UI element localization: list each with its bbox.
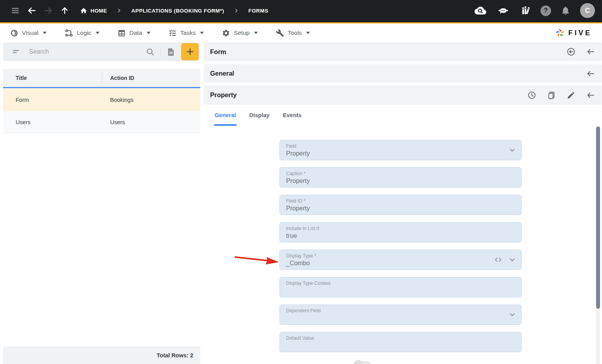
partial-toggle-cutoff[interactable]	[356, 361, 522, 364]
main-menu-bar: Visual Logic Data Tasks Setup Tools	[0, 24, 602, 42]
collapse-left-arrow-icon[interactable]	[586, 91, 595, 100]
menu-data[interactable]: Data	[118, 29, 150, 37]
go-back-circle-icon[interactable]	[567, 47, 575, 56]
cell-title: Users	[3, 119, 102, 125]
field-label: Display Type *	[286, 253, 515, 259]
history-clock-icon[interactable]	[528, 91, 536, 100]
chevron-down-icon[interactable]	[508, 146, 517, 154]
detail-panel: Form General Property General Display Ev…	[204, 42, 602, 364]
menu-label: Visual	[22, 29, 38, 36]
field-dependent-field[interactable]: Dependent Field	[279, 304, 522, 325]
toolbar-divider	[160, 47, 161, 57]
search-icon[interactable]	[143, 45, 157, 59]
dropdown-caret-icon	[200, 32, 204, 34]
menu-tasks[interactable]: Tasks	[169, 29, 204, 37]
table-header: Title Action ID	[3, 69, 200, 87]
column-header-action-id[interactable]: Action ID	[102, 75, 134, 81]
menu-visual[interactable]: Visual	[10, 29, 47, 37]
records-list-panel: Title Action ID Form Bookings Users User…	[3, 42, 200, 364]
menu-tools[interactable]: Tools	[276, 29, 310, 37]
menu-label: Tasks	[180, 29, 196, 36]
field-field-id[interactable]: Field ID * Property	[279, 195, 522, 215]
tab-general[interactable]: General	[215, 105, 236, 126]
field-label: Dependent Field	[286, 308, 515, 313]
cloud-search-icon[interactable]	[472, 2, 489, 19]
user-avatar[interactable]: C	[580, 3, 595, 18]
setup-gear-icon	[222, 29, 230, 37]
help-icon[interactable]: ?	[540, 5, 551, 16]
cell-action-id: Bookings	[102, 97, 134, 103]
table-row-users[interactable]: Users Users	[3, 111, 200, 133]
data-icon	[118, 29, 126, 37]
code-editor-icon[interactable]	[494, 255, 502, 264]
field-label: Display Type Context	[286, 281, 515, 286]
tab-display[interactable]: Display	[249, 105, 270, 126]
report-document-icon[interactable]	[164, 45, 178, 59]
notifications-bell-icon[interactable]	[557, 2, 574, 19]
table-row-form-selected[interactable]: Form Bookings	[3, 87, 200, 111]
toggle-knob[interactable]	[356, 361, 371, 364]
chevron-right-icon	[234, 8, 239, 13]
column-header-title[interactable]: Title	[3, 75, 102, 81]
field-value: Property	[286, 204, 515, 213]
search-input[interactable]	[29, 48, 143, 55]
five-pinwheel-icon	[555, 28, 565, 38]
chat-bot-icon[interactable]	[495, 2, 511, 19]
field-include-in-list-if[interactable]: Include In List If true	[279, 222, 522, 243]
menu-label: Tools	[288, 29, 302, 36]
up-arrow-icon[interactable]	[56, 2, 73, 19]
property-tabs: General Display Events	[204, 105, 602, 126]
field-value: _Combo	[286, 259, 515, 268]
vertical-scrollbar[interactable]	[596, 126, 600, 364]
field-default-value[interactable]: Default Value	[279, 332, 522, 352]
add-record-button[interactable]	[181, 43, 199, 60]
menu-setup[interactable]: Setup	[222, 29, 258, 37]
cell-action-id: Users	[102, 119, 125, 125]
menu-label: Setup	[234, 29, 250, 36]
edit-pencil-icon[interactable]	[567, 91, 575, 100]
library-books-icon[interactable]	[518, 2, 534, 19]
tab-events[interactable]: Events	[283, 105, 302, 126]
dropdown-caret-icon	[147, 32, 150, 34]
section-title: General	[210, 70, 234, 77]
back-arrow-icon[interactable]	[24, 2, 40, 19]
field-display-type[interactable]: Display Type * _Combo	[279, 250, 522, 270]
breadcrumb: HOME APPLICATIONS (BOOKING FORM*) FORMS	[80, 7, 268, 14]
forward-arrow-icon[interactable]	[40, 2, 56, 19]
chevron-down-icon[interactable]	[508, 255, 517, 264]
scrollbar-thumb[interactable]	[596, 127, 600, 309]
page-title: Form	[210, 48, 226, 56]
breadcrumb-forms[interactable]: FORMS	[248, 8, 268, 14]
search-bar	[3, 42, 200, 61]
field-display-type-context[interactable]: Display Type Context	[279, 277, 522, 297]
collapse-left-arrow-icon[interactable]	[586, 69, 595, 78]
breadcrumb-applications[interactable]: APPLICATIONS (BOOKING FORM*)	[131, 8, 224, 14]
tasks-icon	[169, 29, 177, 37]
property-form-body: Field Property Caption * Property Field …	[204, 126, 602, 364]
avatar-initial: C	[585, 7, 590, 15]
filter-sort-icon[interactable]	[9, 45, 24, 59]
cell-title: Form	[3, 97, 102, 103]
brand-text: FIVE	[568, 29, 592, 37]
field-field[interactable]: Field Property	[279, 140, 522, 160]
section-title: Property	[210, 91, 237, 99]
hamburger-menu-icon[interactable]	[7, 2, 24, 19]
field-value: Property	[286, 177, 515, 185]
chevron-down-icon[interactable]	[508, 310, 517, 319]
field-value: Property	[286, 149, 515, 158]
top-app-bar: HOME APPLICATIONS (BOOKING FORM*) FORMS …	[0, 0, 602, 24]
home-icon	[80, 7, 87, 14]
menu-logic[interactable]: Logic	[65, 29, 100, 37]
menu-label: Data	[129, 29, 142, 36]
dropdown-caret-icon	[306, 32, 310, 34]
list-footer: Total Rows: 2	[3, 346, 200, 364]
collapse-left-arrow-icon[interactable]	[586, 47, 595, 56]
breadcrumb-home[interactable]: HOME	[80, 7, 107, 14]
section-general-header[interactable]: General	[204, 64, 602, 83]
five-logo: FIVE	[555, 28, 592, 38]
field-caption[interactable]: Caption * Property	[279, 167, 522, 188]
section-property-header[interactable]: Property	[204, 85, 602, 105]
copy-icon[interactable]	[547, 91, 556, 100]
visual-icon	[10, 29, 18, 37]
field-label: Field ID *	[286, 198, 515, 204]
